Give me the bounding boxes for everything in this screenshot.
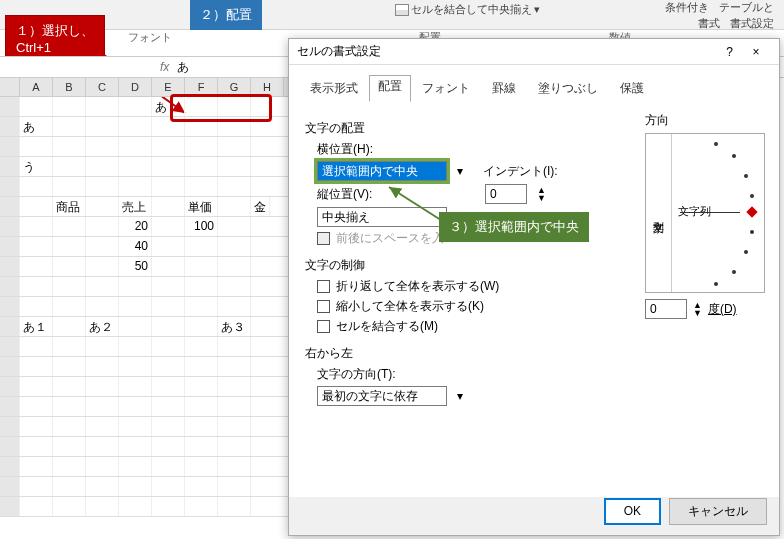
tab-format[interactable]: 表示形式 bbox=[299, 75, 369, 102]
callout-step1: １）選択し、 Ctrl+1 bbox=[5, 15, 105, 62]
dir-label: 文字の方向(T): bbox=[317, 366, 396, 383]
ok-button[interactable]: OK bbox=[604, 498, 661, 525]
column-headers: AB CD EF GH bbox=[0, 78, 290, 97]
cond-format-button[interactable]: 条件付き bbox=[665, 0, 709, 15]
v-align-label: 縦位置(V): bbox=[317, 186, 387, 203]
space-checkbox bbox=[317, 232, 330, 245]
tab-font[interactable]: フォント bbox=[411, 75, 481, 102]
close-button[interactable]: × bbox=[741, 45, 771, 59]
ribbon: セルを結合して中央揃え ▾ 条件付き テーブルと bbox=[0, 0, 784, 30]
degree-input[interactable] bbox=[645, 299, 687, 319]
orientation-group: 方向 文字列 文字列 ▲▼ bbox=[645, 112, 765, 319]
spreadsheet-grid[interactable]: AB CD EF GH あ あ う 商品売上単価金 20100 40 50 あ１… bbox=[0, 78, 290, 517]
cond-format-label2: 書式 bbox=[698, 16, 720, 31]
merge-checkbox[interactable] bbox=[317, 320, 330, 333]
format-cells-dialog: セルの書式設定 ? × 表示形式 配置 フォント 罫線 塗りつぶし 保護 文字の… bbox=[288, 38, 780, 536]
formula-value[interactable]: あ bbox=[177, 59, 189, 76]
tab-fill[interactable]: 塗りつぶし bbox=[527, 75, 609, 102]
dialog-tabs: 表示形式 配置 フォント 罫線 塗りつぶし 保護 bbox=[289, 65, 779, 102]
v-align-combo[interactable]: 中央揃え bbox=[317, 207, 447, 227]
callout-step2: ２）配置 bbox=[190, 0, 262, 30]
cancel-button[interactable]: キャンセル bbox=[669, 498, 767, 525]
table-format-button[interactable]: テーブルと bbox=[719, 0, 774, 15]
dialog-title: セルの書式設定 bbox=[297, 43, 381, 60]
chevron-down-icon[interactable]: ▾ bbox=[457, 164, 463, 178]
group-rtl: 右から左 bbox=[305, 345, 763, 362]
space-label: 前後にスペースを入 bbox=[336, 230, 444, 247]
chevron-down-icon: ▾ bbox=[534, 3, 540, 16]
spinner-icon[interactable]: ▲▼ bbox=[537, 186, 546, 202]
h-align-label: 横位置(H): bbox=[317, 141, 387, 158]
merge-icon bbox=[395, 4, 409, 16]
shrink-label: 縮小して全体を表示する(K) bbox=[336, 298, 484, 315]
tab-align[interactable]: 配置 bbox=[369, 75, 411, 102]
h-align-combo[interactable]: 選択範囲内で中央 bbox=[317, 161, 447, 181]
fx-icon[interactable]: fx bbox=[160, 60, 169, 74]
chevron-down-icon[interactable]: ▾ bbox=[457, 389, 463, 403]
merge-center-button[interactable]: セルを結合して中央揃え ▾ bbox=[395, 2, 540, 17]
degree-label: 度(D) bbox=[708, 301, 737, 318]
dir-combo[interactable]: 最初の文字に依存 bbox=[317, 386, 447, 406]
table-format-label2: 書式設定 bbox=[730, 16, 774, 31]
tab-protect[interactable]: 保護 bbox=[609, 75, 655, 102]
wrap-label: 折り返して全体を表示する(W) bbox=[336, 278, 499, 295]
ribbon-group-font: フォント bbox=[120, 30, 180, 45]
orientation-label: 方向 bbox=[645, 112, 765, 129]
merge-label: セルを結合する(M) bbox=[336, 318, 438, 335]
shrink-checkbox[interactable] bbox=[317, 300, 330, 313]
spinner-icon[interactable]: ▲▼ bbox=[693, 301, 702, 317]
orientation-vertical[interactable]: 文字列 bbox=[646, 134, 672, 292]
indent-label: インデント(I): bbox=[483, 163, 558, 180]
wrap-checkbox[interactable] bbox=[317, 280, 330, 293]
help-button[interactable]: ? bbox=[726, 45, 733, 59]
callout-step3: ３）選択範囲内で中央 bbox=[439, 212, 589, 242]
indent-input[interactable] bbox=[485, 184, 527, 204]
merge-label: セルを結合して中央揃え bbox=[411, 2, 532, 17]
tab-border[interactable]: 罫線 bbox=[481, 75, 527, 102]
orientation-dial[interactable]: 文字列 bbox=[672, 134, 764, 292]
